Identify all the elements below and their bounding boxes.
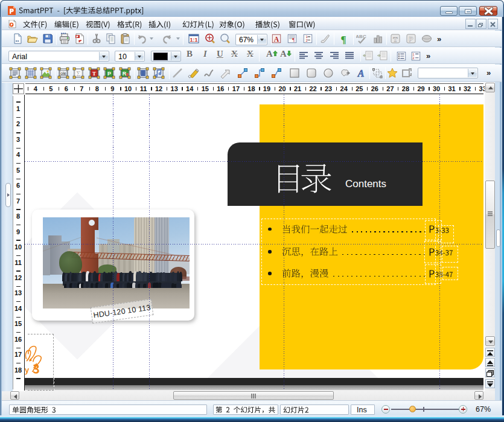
svg-text:ole: ole: [60, 71, 66, 75]
svg-text:2: 2: [305, 39, 307, 42]
svg-text:R: R: [123, 71, 127, 77]
svg-text:P: P: [409, 36, 413, 43]
svg-text:P: P: [107, 71, 111, 77]
svg-text:1: 1: [413, 53, 415, 56]
svg-text:Σ: Σ: [77, 69, 81, 78]
svg-text:T: T: [92, 71, 96, 77]
svg-text:A: A: [274, 36, 279, 43]
svg-text:A: A: [357, 68, 365, 78]
svg-text:¶: ¶: [340, 34, 346, 45]
svg-text:T: T: [393, 36, 398, 43]
svg-text:¶: ¶: [292, 37, 295, 43]
svg-text:1:1: 1:1: [190, 37, 197, 43]
svg-text:2: 2: [413, 56, 415, 60]
